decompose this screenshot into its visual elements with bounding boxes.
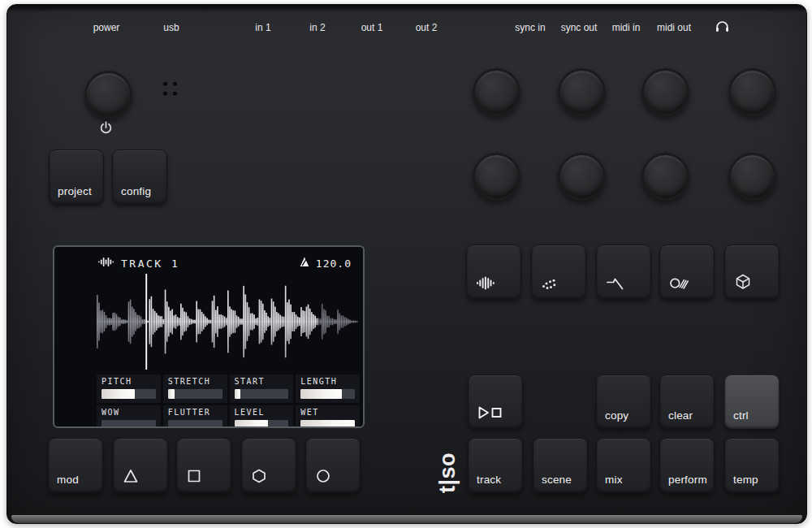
param-stretch: STRETCH — [163, 374, 227, 403]
envelope-button[interactable] — [596, 245, 651, 300]
project-button[interactable]: project — [49, 149, 104, 205]
copy-label: copy — [605, 409, 628, 422]
power-knob[interactable] — [84, 71, 132, 119]
hexagon-icon — [252, 469, 266, 483]
knob-4[interactable] — [728, 68, 776, 116]
port-label-power: power — [93, 22, 120, 33]
cube-button[interactable] — [724, 245, 780, 300]
param-label: WOW — [102, 408, 156, 417]
param-slider — [168, 389, 222, 399]
motion-circle-icon — [670, 276, 689, 290]
param-wet: WET — [296, 405, 360, 428]
led — [163, 82, 167, 86]
shape-square-button[interactable] — [176, 438, 231, 493]
power-icon — [99, 121, 113, 138]
param-label: STRETCH — [168, 377, 222, 386]
bpm-value: 120.0 — [316, 258, 352, 270]
mod-button[interactable]: mod — [48, 438, 103, 493]
granular-dots-icon — [542, 277, 558, 290]
port-label-in2: in 2 — [309, 22, 325, 33]
envelope-icon — [607, 277, 624, 290]
param-slider — [235, 389, 289, 399]
modulation-button[interactable] — [659, 245, 715, 300]
mod-label: mod — [57, 474, 79, 486]
knob-8[interactable] — [728, 153, 776, 201]
square-icon — [187, 469, 201, 483]
headphones-icon — [715, 20, 729, 36]
front-edge — [11, 515, 802, 523]
track-name: TRACK 1 — [121, 258, 179, 270]
sample-waveform-icon — [477, 276, 495, 290]
knob-1[interactable] — [473, 68, 520, 116]
led — [163, 92, 167, 96]
led-dots — [163, 82, 177, 96]
led — [173, 92, 177, 96]
screen: S-4 sculpting sampler TRACK 1 — [53, 245, 365, 428]
param-pitch: PITCH — [97, 374, 161, 403]
param-slider — [102, 389, 156, 399]
project-label: project — [58, 185, 92, 197]
port-label-midi-in: midi in — [612, 22, 641, 33]
knob-6[interactable] — [558, 153, 606, 201]
param-level: LEVEL — [230, 405, 294, 428]
port-label-midi-out: midi out — [657, 22, 691, 33]
port-label-usb: usb — [163, 22, 179, 33]
param-label: WET — [300, 408, 355, 417]
copy-button[interactable]: copy — [596, 374, 651, 429]
knob-2[interactable] — [558, 68, 606, 116]
knob-5[interactable] — [473, 153, 520, 201]
port-label-out2: out 2 — [416, 22, 438, 33]
track-label: track — [477, 474, 501, 486]
scene-button[interactable]: scene — [533, 438, 588, 493]
ctrl-label: ctrl — [733, 409, 749, 422]
temp-button[interactable]: temp — [724, 438, 780, 493]
temp-label: temp — [733, 474, 758, 486]
perform-button[interactable]: perform — [659, 438, 715, 493]
knob-3[interactable] — [641, 68, 689, 116]
config-label: config — [121, 185, 151, 197]
knob-7[interactable] — [641, 153, 689, 201]
param-slider — [300, 389, 355, 399]
param-slider — [102, 420, 156, 428]
port-label-in1: in 1 — [255, 22, 270, 33]
param-label: LEVEL — [235, 408, 289, 417]
sample-button[interactable] — [466, 245, 521, 300]
port-label-sync-in: sync in — [515, 22, 545, 33]
track-button[interactable]: track — [468, 438, 523, 493]
param-flutter: FLUTTER — [163, 405, 227, 428]
param-wow: WOW — [97, 405, 161, 428]
param-slider — [168, 420, 222, 428]
param-length: LENGTH — [296, 374, 360, 403]
shape-triangle-button[interactable] — [113, 438, 168, 493]
circle-icon — [316, 469, 330, 483]
parameter-grid: PITCH STRETCH START LENGTH WOW FLUTTER — [97, 374, 360, 428]
waveform-display — [97, 274, 358, 370]
waveform-icon — [98, 257, 114, 270]
clear-button[interactable]: clear — [659, 374, 715, 429]
port-label-sync-out: sync out — [561, 22, 598, 33]
param-label: START — [235, 377, 289, 386]
brand-logo: t|so — [435, 452, 460, 493]
perform-label: perform — [668, 474, 707, 486]
ctrl-button[interactable]: ctrl — [724, 374, 780, 429]
param-label: LENGTH — [300, 377, 355, 386]
param-label: FLUTTER — [168, 408, 222, 417]
mix-label: mix — [605, 474, 623, 486]
shape-circle-button[interactable] — [305, 438, 361, 493]
screen-header: TRACK 1 120.0 — [98, 255, 352, 271]
mix-button[interactable]: mix — [596, 438, 651, 493]
metronome-icon — [300, 257, 309, 270]
param-slider — [300, 420, 355, 428]
scene-label: scene — [542, 474, 572, 486]
config-button[interactable]: config — [112, 149, 167, 205]
param-slider — [235, 420, 289, 428]
play-stop-icon — [478, 406, 502, 419]
play-stop-button[interactable] — [468, 374, 523, 429]
shape-hexagon-button[interactable] — [241, 438, 296, 493]
led — [173, 82, 177, 86]
clear-label: clear — [668, 409, 693, 422]
param-label: PITCH — [102, 377, 156, 386]
port-label-out1: out 1 — [361, 22, 383, 33]
cube-icon — [735, 274, 751, 290]
granular-button[interactable] — [531, 245, 586, 300]
